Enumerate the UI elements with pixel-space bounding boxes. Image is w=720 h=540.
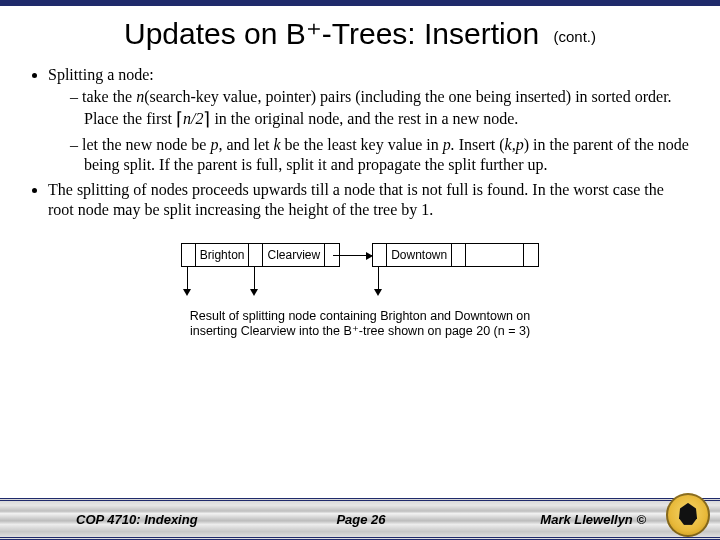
ceil-expr: n/2: [183, 110, 203, 127]
t: take the: [82, 88, 136, 105]
var-n: n: [136, 88, 144, 105]
t: and let: [222, 136, 273, 153]
title-main: Updates on B⁺-Trees: Insertion: [124, 17, 539, 50]
sibling-link-arrow: [333, 255, 372, 256]
pointer-cell: [249, 244, 263, 266]
caption-line: inserting Clearview into the B⁺-tree sho…: [190, 324, 530, 338]
var-p2: p.: [443, 136, 455, 153]
slide-body: Splitting a node: take the n(search-key …: [0, 59, 720, 221]
caption-line: Result of splitting node containing Brig…: [190, 309, 531, 323]
bullet-propagate: The splitting of nodes proceeds upwards …: [48, 180, 692, 221]
slide-title: Updates on B⁺-Trees: Insertion (cont.): [0, 6, 720, 59]
key-cell-empty: [466, 244, 524, 266]
split-diagram: Brighton Clearview Downtown Result of sp…: [0, 243, 720, 340]
footer-course: COP 4710: Indexing: [14, 512, 266, 527]
title-cont: (cont.): [547, 28, 596, 45]
down-arrow-icon: [181, 267, 195, 297]
var-p: p,: [210, 136, 222, 153]
var-kp: k,p: [505, 136, 524, 153]
ceil-left: ⌈: [176, 109, 183, 129]
t: let the new node be: [82, 136, 210, 153]
ucf-logo: [666, 493, 710, 537]
down-arrow-icon: [372, 267, 386, 297]
right-leaf-node: Downtown: [372, 243, 539, 267]
pointer-cell: [373, 244, 387, 266]
pointer-cell: [182, 244, 196, 266]
t: be the least key value in: [281, 136, 443, 153]
subbullet-take: take the n(search-key value, pointer) pa…: [70, 87, 692, 131]
bullet-splitting: Splitting a node: take the n(search-key …: [48, 65, 692, 176]
left-arrows: [181, 267, 340, 301]
right-arrows: [372, 267, 539, 301]
pointer-cell: [524, 244, 538, 266]
t: in the original node, and the rest in a …: [210, 110, 518, 127]
down-arrow-icon: [248, 267, 262, 297]
bullet-splitting-text: Splitting a node:: [48, 66, 154, 83]
var-k: k: [274, 136, 281, 153]
pointer-cell: [452, 244, 466, 266]
bullet-propagate-text: The splitting of nodes proceeds upwards …: [48, 181, 664, 218]
t: Insert (: [455, 136, 505, 153]
footer-page: Page 26: [266, 512, 456, 527]
subbullet-newnode: let the new node be p, and let k be the …: [70, 135, 692, 176]
key-cell: Clearview: [263, 244, 325, 266]
key-cell: Downtown: [387, 244, 452, 266]
slide-footer: COP 4710: Indexing Page 26 Mark Llewelly…: [0, 498, 720, 540]
key-cell: Brighton: [196, 244, 250, 266]
left-leaf-node: Brighton Clearview: [181, 243, 340, 267]
diagram-caption: Result of splitting node containing Brig…: [160, 309, 560, 340]
